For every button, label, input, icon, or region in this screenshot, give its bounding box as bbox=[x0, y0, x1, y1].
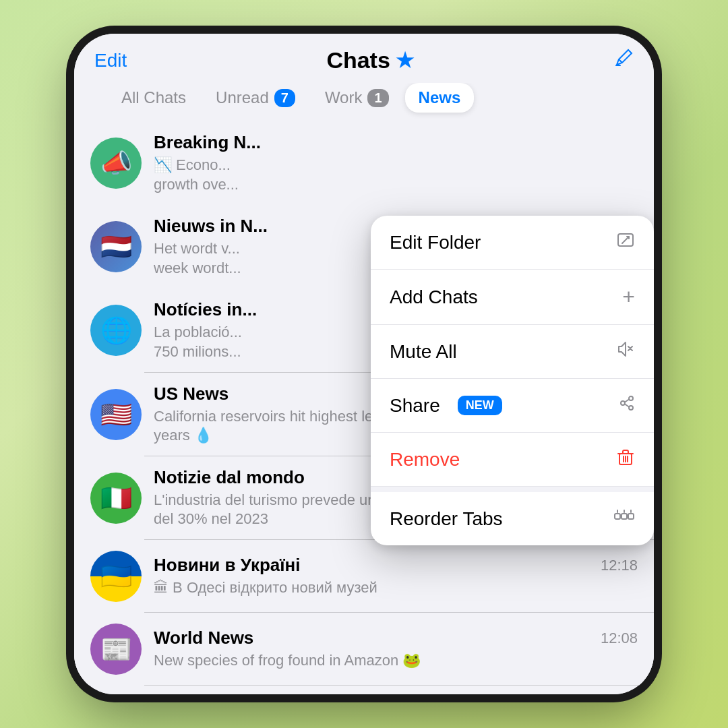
tab-unread[interactable]: Unread 7 bbox=[202, 83, 309, 113]
unread-badge: 7 bbox=[274, 89, 295, 107]
remove-label: Remove bbox=[390, 449, 460, 471]
star-icon: ★ bbox=[396, 49, 414, 72]
tab-work-label: Work bbox=[325, 88, 363, 107]
mute-all-icon bbox=[616, 340, 635, 363]
svg-point-2 bbox=[621, 401, 625, 405]
reorder-tabs-icon bbox=[613, 507, 635, 530]
tabs-bar: All Chats Unread 7 Work 1 News bbox=[94, 83, 634, 122]
tab-news-label: News bbox=[419, 88, 461, 107]
tab-all-chats-label: All Chats bbox=[121, 88, 186, 107]
share-button[interactable]: Share NEW bbox=[371, 379, 654, 433]
add-chats-icon: + bbox=[622, 284, 635, 309]
tab-work[interactable]: Work 1 bbox=[311, 83, 402, 113]
tab-all-chats[interactable]: All Chats bbox=[108, 83, 200, 113]
edit-folder-icon bbox=[616, 231, 635, 254]
new-badge: NEW bbox=[458, 396, 502, 415]
context-menu-overlay: Edit Folder Add Chats + bbox=[74, 121, 654, 694]
svg-point-4 bbox=[629, 406, 633, 410]
content-area: 📣 Breaking N... 📉 Econo...growth ove... … bbox=[74, 121, 654, 694]
work-badge: 1 bbox=[367, 89, 388, 107]
edit-folder-button[interactable]: Edit Folder bbox=[371, 216, 654, 270]
mute-all-label: Mute All bbox=[390, 341, 457, 363]
compose-button[interactable] bbox=[613, 48, 634, 73]
tab-unread-label: Unread bbox=[216, 88, 269, 107]
phone-screen: Edit Chats ★ All Chats bbox=[74, 34, 654, 694]
mute-all-button[interactable]: Mute All bbox=[371, 325, 654, 379]
tab-news[interactable]: News bbox=[405, 83, 475, 113]
header: Edit Chats ★ All Chats bbox=[74, 34, 654, 129]
svg-rect-0 bbox=[615, 65, 621, 66]
remove-icon bbox=[616, 448, 635, 471]
add-chats-button[interactable]: Add Chats + bbox=[371, 270, 654, 325]
svg-rect-7 bbox=[621, 514, 627, 519]
edit-folder-label: Edit Folder bbox=[390, 232, 481, 253]
phone-frame: Edit Chats ★ All Chats bbox=[0, 0, 728, 728]
share-item-left: Share NEW bbox=[390, 395, 502, 417]
svg-rect-8 bbox=[628, 514, 634, 519]
edit-button[interactable]: Edit bbox=[94, 50, 127, 71]
header-title: Chats ★ bbox=[326, 47, 413, 73]
share-label: Share bbox=[390, 395, 440, 417]
reorder-tabs-button[interactable]: Reorder Tabs bbox=[371, 492, 654, 545]
svg-rect-6 bbox=[615, 514, 620, 519]
svg-point-3 bbox=[629, 396, 633, 400]
menu-separator bbox=[371, 487, 654, 492]
remove-button[interactable]: Remove bbox=[371, 433, 654, 487]
reorder-tabs-label: Reorder Tabs bbox=[390, 508, 503, 530]
context-menu: Edit Folder Add Chats + bbox=[371, 216, 654, 545]
share-icon bbox=[616, 394, 635, 417]
header-top: Edit Chats ★ bbox=[94, 47, 634, 73]
add-chats-label: Add Chats bbox=[390, 286, 478, 308]
title-text: Chats bbox=[326, 47, 390, 73]
